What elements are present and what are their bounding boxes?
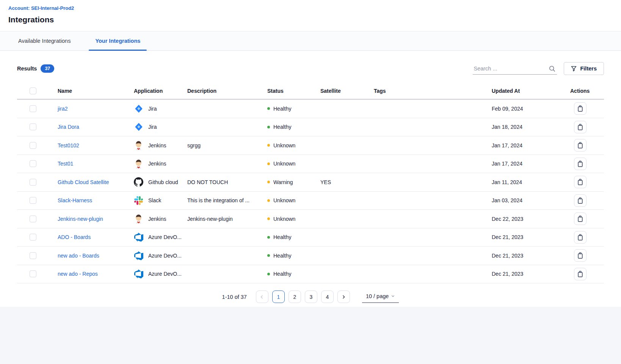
column-header-satellite: Satellite — [320, 88, 374, 94]
delete-button[interactable] — [574, 176, 586, 188]
status-text: Healthy — [273, 253, 291, 259]
table-body: jira2 Jira Healthy Feb 09, 2024 Jira Dor… — [17, 100, 604, 283]
tab-your-integrations[interactable]: Your Integrations — [89, 31, 147, 50]
delete-button[interactable] — [574, 231, 586, 244]
integration-name-link[interactable]: Test01 — [58, 161, 73, 167]
jenkins-icon — [134, 214, 143, 223]
status-text: Healthy — [273, 124, 291, 130]
table-row: jira2 Jira Healthy Feb 09, 2024 — [17, 100, 604, 118]
row-checkbox[interactable] — [30, 270, 36, 277]
trash-icon — [577, 197, 583, 204]
trash-icon — [577, 105, 583, 112]
page-header: Account: SEI-Internal-Prod2 Integrations — [0, 0, 621, 31]
pagination-prev-button[interactable] — [256, 291, 268, 303]
row-checkbox[interactable] — [30, 234, 36, 241]
updated-at-text: Feb 09, 2024 — [492, 106, 570, 112]
table-row: Jenkins-new-plugin Jenkins Jenkins-new-p… — [17, 210, 604, 228]
integration-name-link[interactable]: new ado - Boards — [58, 253, 99, 259]
status-text: Unknown — [273, 161, 295, 167]
trash-icon — [577, 234, 583, 241]
filters-button[interactable]: Filters — [564, 62, 604, 75]
status-text: Unknown — [273, 142, 295, 148]
column-header-name: Name — [58, 88, 134, 94]
row-checkbox[interactable] — [30, 123, 36, 130]
delete-button[interactable] — [574, 212, 586, 225]
integration-name-link[interactable]: Slack-Harness — [58, 197, 92, 203]
page-size-select[interactable]: 10 / page — [362, 291, 399, 303]
chevron-down-icon — [391, 294, 395, 298]
column-header-description: Description — [187, 88, 267, 94]
application-label: Azure DevO... — [148, 234, 182, 240]
updated-at-text: Dec 21, 2023 — [492, 271, 570, 277]
updated-at-text: Jan 17, 2024 — [492, 142, 570, 148]
updated-at-text: Jan 18, 2024 — [492, 124, 570, 130]
integration-name-link[interactable]: Github Cloud Satellite — [58, 179, 109, 185]
delete-button[interactable] — [574, 139, 586, 152]
row-checkbox[interactable] — [30, 197, 36, 204]
row-checkbox[interactable] — [30, 216, 36, 222]
trash-icon — [577, 142, 583, 149]
integration-name-link[interactable]: Jenkins-new-plugin — [58, 216, 103, 222]
delete-button[interactable] — [574, 158, 586, 170]
application-label: Azure DevO... — [148, 271, 182, 277]
account-link[interactable]: Account: SEI-Internal-Prod2 — [8, 5, 74, 11]
delete-button[interactable] — [574, 194, 586, 207]
application-label: Jira — [148, 124, 157, 130]
row-checkbox[interactable] — [30, 105, 36, 112]
application-label: Slack — [148, 197, 161, 203]
column-header-updated-at: Updated At — [492, 88, 570, 94]
integration-name-link[interactable]: jira2 — [58, 106, 67, 112]
updated-at-text: Jan 11, 2024 — [492, 179, 570, 185]
status-text: Healthy — [273, 271, 291, 277]
integration-name-link[interactable]: Jira Dora — [58, 124, 79, 130]
delete-button[interactable] — [574, 102, 586, 115]
pagination-page-button-3[interactable]: 3 — [305, 291, 317, 303]
table-row: new ado - Repos Azure DevO... Healthy De… — [17, 265, 604, 284]
row-checkbox[interactable] — [30, 160, 36, 167]
delete-button[interactable] — [574, 121, 586, 133]
chevron-right-icon — [341, 295, 346, 299]
pagination-page-button-1[interactable]: 1 — [272, 291, 285, 303]
trash-icon — [577, 123, 583, 131]
table-row: Slack-Harness Slack This is the integrat… — [17, 192, 604, 210]
application-label: Jenkins — [148, 142, 166, 148]
azuredevops-icon — [134, 269, 143, 279]
updated-at-text: Jan 03, 2024 — [492, 197, 570, 203]
table-row: Test01 Jenkins Unknown Jan 17, 2024 — [17, 155, 604, 173]
description-text: Jenkins-new-plugin — [187, 216, 267, 222]
table-row: Github Cloud Satellite Github cloud DO N… — [17, 173, 604, 192]
updated-at-text: Dec 21, 2023 — [492, 253, 570, 259]
row-checkbox[interactable] — [30, 252, 36, 259]
pagination-page-button-4[interactable]: 4 — [321, 291, 334, 303]
tab-available-integrations[interactable]: Available Integrations — [12, 31, 77, 50]
status-text: Healthy — [273, 234, 291, 240]
row-checkbox[interactable] — [30, 179, 36, 186]
status-dot — [267, 273, 270, 275]
slack-icon — [134, 196, 143, 205]
column-header-tags: Tags — [374, 88, 492, 94]
results-label: Results — [17, 66, 37, 72]
integration-name-link[interactable]: new ado - Repos — [58, 271, 98, 277]
search-input[interactable] — [473, 63, 557, 75]
status-dot — [267, 107, 270, 110]
page-size-label: 10 / page — [366, 293, 389, 299]
integration-name-link[interactable]: ADO - Boards — [58, 234, 91, 240]
integration-name-link[interactable]: Test0102 — [58, 142, 79, 148]
filters-button-label: Filters — [580, 66, 597, 72]
table-header-row: Name Application Description Status Sate… — [17, 83, 604, 100]
select-all-checkbox[interactable] — [30, 87, 36, 94]
delete-button[interactable] — [574, 249, 586, 262]
pagination-page-button-2[interactable]: 2 — [289, 291, 301, 303]
application-label: Jenkins — [148, 216, 166, 222]
row-checkbox[interactable] — [30, 142, 36, 149]
tabbar: Available Integrations Your Integrations — [0, 31, 621, 51]
description-text: DO NOT TOUCH — [187, 179, 267, 185]
application-label: Github cloud — [148, 179, 178, 185]
delete-button[interactable] — [574, 268, 586, 280]
status-dot — [267, 162, 270, 165]
chevron-left-icon — [260, 295, 264, 299]
pagination-next-button[interactable] — [337, 291, 350, 303]
updated-at-text: Jan 17, 2024 — [492, 161, 570, 167]
trash-icon — [577, 160, 583, 167]
status-dot — [267, 254, 270, 257]
